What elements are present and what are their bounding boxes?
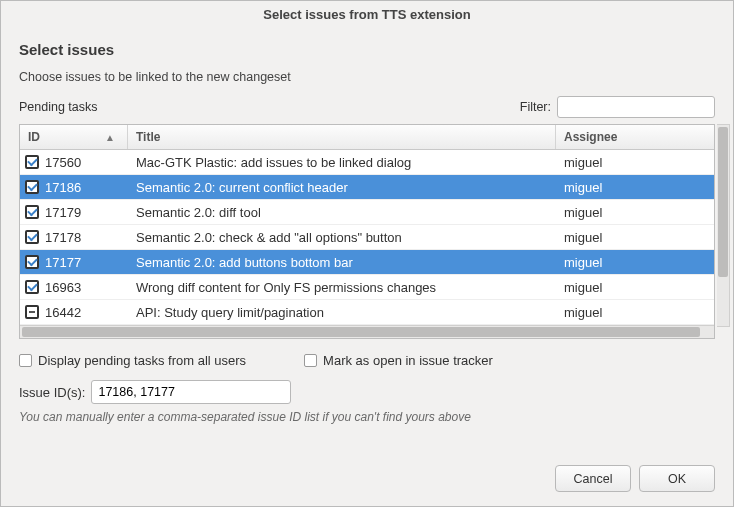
cell-id: 17177 — [20, 255, 128, 270]
cell-assignee: miguel — [556, 230, 714, 245]
table-row[interactable]: 16963Wrong diff content for Only FS perm… — [20, 275, 714, 300]
cell-title: Semantic 2.0: add buttons bottom bar — [128, 255, 556, 270]
row-id-text: 17179 — [45, 205, 81, 220]
ok-button[interactable]: OK — [639, 465, 715, 492]
cell-title: Mac-GTK Plastic: add issues to be linked… — [128, 155, 556, 170]
mark-open-checkbox[interactable] — [304, 354, 317, 367]
row-id-text: 17177 — [45, 255, 81, 270]
cell-assignee: miguel — [556, 280, 714, 295]
button-bar: Cancel OK — [1, 455, 733, 506]
table-row[interactable]: 17179Semantic 2.0: diff toolmiguel — [20, 200, 714, 225]
cell-id: 17560 — [20, 155, 128, 170]
dialog-window: Select issues from TTS extension Select … — [0, 0, 734, 507]
cell-id: 16963 — [20, 280, 128, 295]
all-users-checkbox[interactable] — [19, 354, 32, 367]
mark-open-label: Mark as open in issue tracker — [323, 353, 493, 368]
cell-id: 17178 — [20, 230, 128, 245]
table-row[interactable]: 17560Mac-GTK Plastic: add issues to be l… — [20, 150, 714, 175]
row-id-text: 17560 — [45, 155, 81, 170]
content-area: Select issues Choose issues to be linked… — [1, 29, 733, 455]
cell-title: Semantic 2.0: diff tool — [128, 205, 556, 220]
cell-assignee: miguel — [556, 255, 714, 270]
row-id-text: 16963 — [45, 280, 81, 295]
checkbox-row: Display pending tasks from all users Mar… — [19, 353, 715, 368]
cancel-button[interactable]: Cancel — [555, 465, 631, 492]
cell-assignee: miguel — [556, 155, 714, 170]
issue-ids-hint: You can manually enter a comma-separated… — [19, 410, 715, 424]
cell-title: Semantic 2.0: check & add "all options" … — [128, 230, 556, 245]
row-checkbox[interactable] — [25, 155, 39, 169]
horizontal-scroll-thumb[interactable] — [22, 327, 700, 337]
table-header: ID ▲ Title Assignee — [20, 125, 714, 150]
window-title: Select issues from TTS extension — [1, 1, 733, 29]
cell-assignee: miguel — [556, 305, 714, 320]
cell-id: 17186 — [20, 180, 128, 195]
cell-assignee: miguel — [556, 205, 714, 220]
issue-ids-label: Issue ID(s): — [19, 385, 85, 400]
table-row[interactable]: 17177Semantic 2.0: add buttons bottom ba… — [20, 250, 714, 275]
horizontal-scrollbar[interactable] — [20, 325, 714, 338]
column-assignee-label: Assignee — [564, 130, 617, 144]
row-id-text: 16442 — [45, 305, 81, 320]
row-checkbox[interactable] — [25, 205, 39, 219]
row-checkbox[interactable] — [25, 255, 39, 269]
row-checkbox[interactable] — [25, 180, 39, 194]
issue-ids-row: Issue ID(s): — [19, 380, 715, 404]
filter-label: Filter: — [520, 100, 551, 114]
cell-title: Wrong diff content for Only FS permissio… — [128, 280, 556, 295]
vertical-scrollbar[interactable] — [717, 124, 730, 327]
row-id-text: 17186 — [45, 180, 81, 195]
cell-assignee: miguel — [556, 180, 714, 195]
table-row[interactable]: 16442API: Study query limit/paginationmi… — [20, 300, 714, 325]
sort-indicator-icon: ▲ — [105, 132, 115, 143]
vertical-scroll-thumb[interactable] — [718, 127, 728, 277]
all-users-label: Display pending tasks from all users — [38, 353, 246, 368]
pending-tasks-label: Pending tasks — [19, 100, 520, 114]
cell-id: 17179 — [20, 205, 128, 220]
section-subtext: Choose issues to be linked to the new ch… — [19, 70, 715, 84]
column-header-assignee[interactable]: Assignee — [556, 125, 714, 149]
cell-title: API: Study query limit/pagination — [128, 305, 556, 320]
issue-ids-input[interactable] — [91, 380, 291, 404]
column-header-id[interactable]: ID ▲ — [20, 125, 128, 149]
column-title-label: Title — [136, 130, 160, 144]
table-body: 17560Mac-GTK Plastic: add issues to be l… — [20, 150, 714, 325]
top-row: Pending tasks Filter: — [19, 96, 715, 118]
table-row[interactable]: 17186Semantic 2.0: current conflict head… — [20, 175, 714, 200]
cell-id: 16442 — [20, 305, 128, 320]
row-checkbox[interactable] — [25, 230, 39, 244]
options-area: Display pending tasks from all users Mar… — [19, 353, 715, 424]
row-checkbox[interactable] — [25, 305, 39, 319]
table-container: ID ▲ Title Assignee 17560Mac-GTK Plastic… — [19, 124, 715, 339]
column-header-title[interactable]: Title — [128, 125, 556, 149]
row-checkbox[interactable] — [25, 280, 39, 294]
filter-input[interactable] — [557, 96, 715, 118]
cell-title: Semantic 2.0: current conflict header — [128, 180, 556, 195]
table-row[interactable]: 17178Semantic 2.0: check & add "all opti… — [20, 225, 714, 250]
section-heading: Select issues — [19, 41, 715, 58]
row-id-text: 17178 — [45, 230, 81, 245]
column-id-label: ID — [28, 130, 40, 144]
issues-table: ID ▲ Title Assignee 17560Mac-GTK Plastic… — [19, 124, 715, 339]
